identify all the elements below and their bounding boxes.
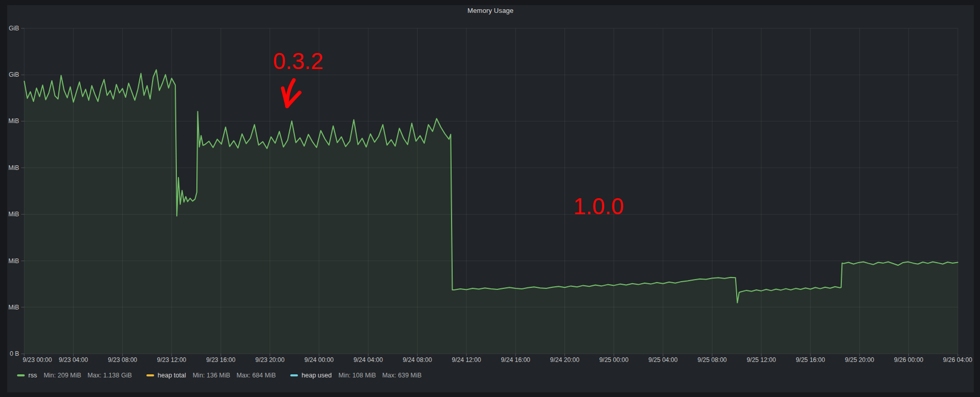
y-axis-label: 954 MiB: [7, 117, 19, 125]
x-axis-label: 9/24 16:00: [501, 356, 530, 364]
x-axis-label: 9/25 04:00: [649, 356, 678, 364]
x-axis-label: 9/25 08:00: [697, 356, 727, 364]
y-axis-label: 191 MiB: [7, 304, 19, 311]
legend-series-name[interactable]: rss: [28, 372, 37, 379]
legend-swatch-icon[interactable]: [146, 374, 154, 376]
y-axis-label: 572 MiB: [7, 211, 19, 218]
x-axis-label: 9/24 08:00: [403, 356, 432, 364]
x-axis-label: 9/25 16:00: [796, 356, 825, 364]
y-axis-label: 1.1 GiB: [7, 71, 19, 78]
plot-area[interactable]: [24, 28, 958, 354]
x-axis-label: 9/24 12:00: [452, 356, 481, 364]
legend-item-heap-used: heap usedMin: 108 MiBMax: 639 MiB: [290, 372, 428, 379]
y-axis-label: 381 MiB: [7, 257, 19, 265]
legend-swatch-icon[interactable]: [17, 374, 25, 376]
legend-item-heap-total: heap totalMin: 136 MiBMax: 684 MiB: [146, 372, 282, 379]
legend-series-name[interactable]: heap used: [302, 372, 331, 379]
legend-max-stat: Max: 1.138 GiB: [88, 372, 132, 379]
x-axis-label: 9/24 04:00: [354, 356, 383, 364]
x-axis-label: 9/23 16:00: [206, 356, 236, 364]
x-axis-label: 9/23 00:00: [23, 356, 52, 364]
y-axis-label: 1.3 GiB: [7, 25, 19, 32]
chart-legend: rssMin: 209 MiBMax: 1.138 GiBheap totalM…: [17, 372, 436, 379]
legend-max-stat: Max: 684 MiB: [237, 372, 276, 379]
x-axis-label: 9/25 00:00: [599, 356, 628, 364]
legend-min-stat: Min: 136 MiB: [193, 372, 230, 379]
x-axis-label: 9/23 08:00: [108, 356, 137, 364]
x-axis-label: 9/23 12:00: [157, 356, 187, 364]
legend-swatch-icon[interactable]: [290, 374, 298, 376]
legend-max-stat: Max: 639 MiB: [382, 372, 421, 379]
y-axis-label: 0 B: [10, 350, 19, 357]
x-axis-label: 9/23 04:00: [59, 356, 88, 364]
x-axis-label: 9/26 04:00: [943, 356, 972, 364]
x-axis-label: 9/23 20:00: [255, 356, 285, 364]
x-axis-label: 9/24 00:00: [305, 356, 334, 364]
x-axis-label: 9/26 00:00: [894, 356, 923, 364]
x-axis-label: 9/25 20:00: [845, 356, 874, 364]
legend-min-stat: Min: 108 MiB: [338, 372, 376, 379]
memory-usage-chart: 0 B191 MiB381 MiB572 MiB763 MiB954 MiB1.…: [7, 5, 974, 392]
x-axis-label: 9/24 20:00: [550, 356, 579, 364]
x-axis-label: 9/25 12:00: [746, 356, 776, 364]
y-axis-label: 763 MiB: [7, 164, 19, 171]
legend-item-rss: rssMin: 209 MiBMax: 1.138 GiB: [17, 372, 138, 379]
memory-usage-panel: Memory Usage 0 B191 MiB381 MiB572 MiB763…: [7, 5, 974, 392]
legend-min-stat: Min: 209 MiB: [44, 372, 81, 379]
legend-series-name[interactable]: heap total: [158, 372, 186, 379]
